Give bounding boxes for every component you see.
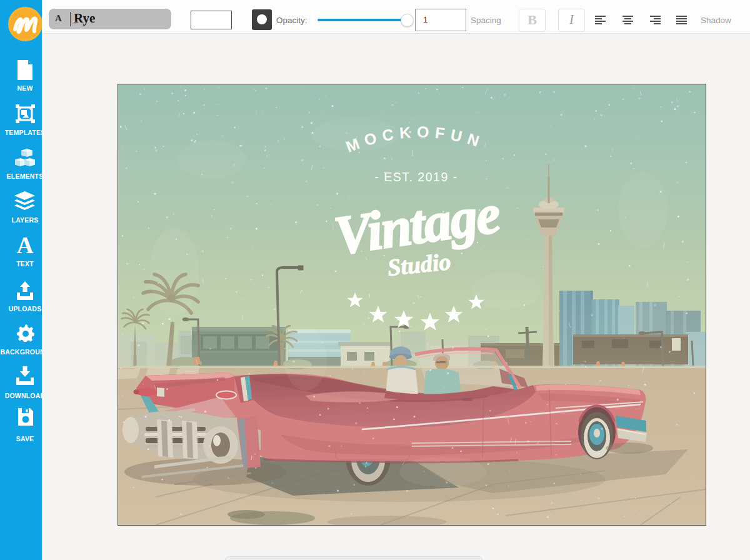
svg-text:- EST. 2019 -: - EST. 2019 -: [374, 170, 458, 184]
